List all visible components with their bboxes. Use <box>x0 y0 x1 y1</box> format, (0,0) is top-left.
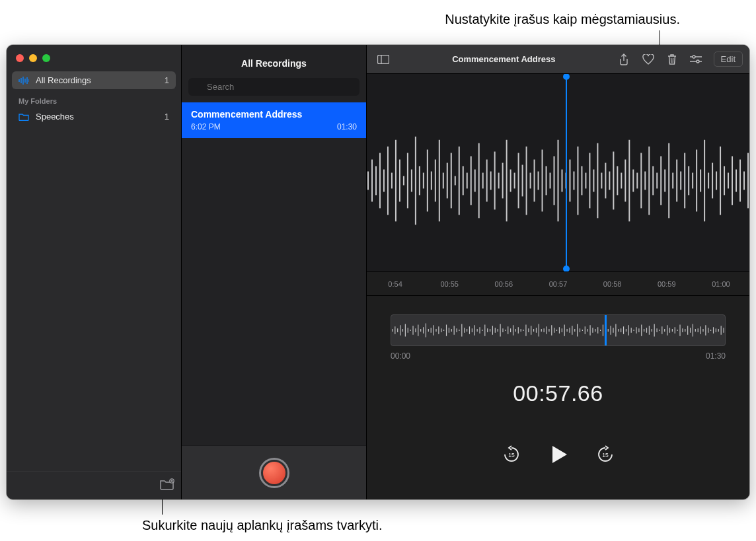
ruler-tick: 00:59 <box>640 280 694 288</box>
new-folder-button[interactable] <box>160 478 174 493</box>
recording-duration: 01:30 <box>337 122 357 131</box>
overview-playhead[interactable] <box>605 314 607 346</box>
share-button[interactable] <box>615 51 633 68</box>
recording-name: Commencement Address <box>191 109 357 120</box>
settings-button[interactable] <box>686 52 706 67</box>
folder-icon <box>19 113 30 121</box>
callout-new-folder: Sukurkite naujų aplankų įrašams tvarkyti… <box>142 518 383 533</box>
sidebar-item-folder[interactable]: Speeches 1 <box>12 108 176 126</box>
sidebar-item-label: All Recordings <box>36 75 91 85</box>
sidebar-item-label: Speeches <box>36 112 74 122</box>
recordings-list: All Recordings Commencement Address 6:02… <box>182 45 367 499</box>
svg-text:15: 15 <box>508 452 515 458</box>
toggle-sidebar-button[interactable] <box>373 52 393 67</box>
sidebar-item-all-recordings[interactable]: All Recordings 1 <box>12 71 176 89</box>
ruler-tick: 00:56 <box>476 280 531 288</box>
sidebar-section-header: My Folders <box>12 89 176 108</box>
close-window-button[interactable] <box>16 54 24 62</box>
waveform-detail-view[interactable] <box>367 74 749 272</box>
sidebar-item-count: 1 <box>165 112 169 122</box>
toolbar: Commencement Address Edit <box>367 45 749 74</box>
recording-list-item[interactable]: Commencement Address 6:02 PM 01:30 <box>182 102 366 138</box>
record-button[interactable] <box>259 458 289 488</box>
waveform-icon <box>19 77 30 85</box>
recording-detail: Commencement Address Edit <box>367 45 749 499</box>
ruler-tick: 00:58 <box>586 280 640 288</box>
fullscreen-window-button[interactable] <box>42 54 50 62</box>
play-button[interactable] <box>547 443 570 468</box>
time-ruler: 0:54 00:55 00:56 00:57 00:58 00:59 01:00 <box>367 272 749 296</box>
skip-forward-button[interactable]: 15 <box>596 445 615 466</box>
search-input[interactable] <box>188 78 359 96</box>
overview-start-time: 00:00 <box>391 351 410 361</box>
minimize-window-button[interactable] <box>29 54 37 62</box>
sidebar-item-count: 1 <box>165 75 169 85</box>
ruler-tick: 01:00 <box>694 280 748 288</box>
ruler-tick: 0:54 <box>368 280 422 288</box>
ruler-tick: 00:55 <box>422 280 476 288</box>
ruler-tick: 00:57 <box>531 280 585 288</box>
skip-back-button[interactable]: 15 <box>502 445 521 466</box>
overview-waveform[interactable] <box>391 314 726 346</box>
voice-memos-window: All Recordings 1 My Folders Speeches 1 A… <box>7 45 749 499</box>
favorite-button[interactable] <box>638 52 658 67</box>
window-controls <box>7 45 181 69</box>
list-title: All Recordings <box>182 45 366 78</box>
svg-rect-11 <box>378 55 389 63</box>
current-time-display: 00:57.66 <box>513 380 603 406</box>
callout-favorites: Nustatykite įrašus kaip mėgstamiausius. <box>445 12 680 27</box>
svg-point-18 <box>697 60 699 63</box>
toolbar-title: Commencement Address <box>393 54 615 64</box>
svg-point-17 <box>693 55 695 58</box>
playhead[interactable] <box>566 74 567 271</box>
delete-button[interactable] <box>663 51 681 68</box>
svg-text:15: 15 <box>602 452 609 458</box>
edit-button[interactable]: Edit <box>714 52 743 67</box>
sidebar: All Recordings 1 My Folders Speeches 1 <box>7 45 182 499</box>
recording-time: 6:02 PM <box>191 122 221 131</box>
overview-end-time: 01:30 <box>706 351 726 361</box>
